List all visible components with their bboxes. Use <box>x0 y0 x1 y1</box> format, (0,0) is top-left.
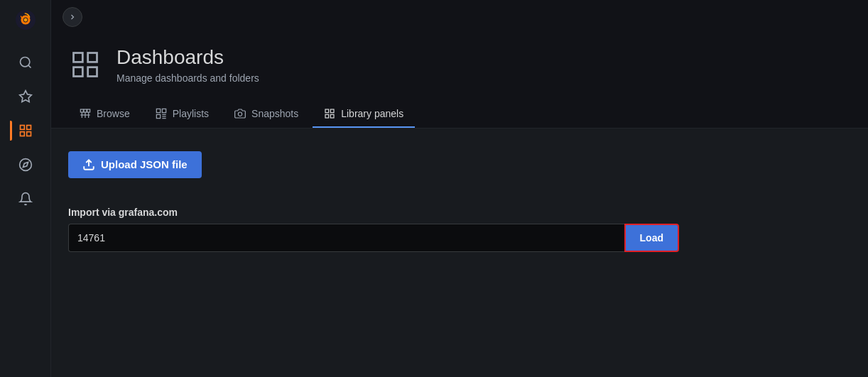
tab-library-panels-label: Library panels <box>341 108 403 119</box>
svg-rect-4 <box>26 126 31 130</box>
svg-rect-9 <box>74 53 83 62</box>
tab-playlists[interactable]: Playlists <box>144 101 220 128</box>
svg-rect-14 <box>84 109 87 112</box>
svg-rect-11 <box>74 67 83 76</box>
svg-rect-28 <box>331 109 335 113</box>
import-row: Load <box>68 224 679 252</box>
tabs-bar: Browse Playlists <box>51 101 868 129</box>
playlists-icon <box>156 108 167 119</box>
svg-rect-20 <box>156 109 160 112</box>
svg-rect-22 <box>156 114 160 118</box>
import-input[interactable] <box>68 224 624 252</box>
svg-rect-27 <box>325 109 329 113</box>
page-title: Dashboards <box>116 45 259 70</box>
svg-rect-12 <box>88 67 97 76</box>
browse-icon <box>80 108 91 119</box>
tab-browse[interactable]: Browse <box>68 101 141 128</box>
svg-rect-30 <box>331 114 335 118</box>
tab-playlists-label: Playlists <box>173 108 209 119</box>
upload-icon <box>82 158 95 171</box>
load-button[interactable]: Load <box>624 224 679 252</box>
page-header-text: Dashboards Manage dashboards and folders <box>116 45 259 84</box>
svg-rect-6 <box>26 132 31 136</box>
sidebar-collapse-button[interactable] <box>63 7 82 27</box>
main-content: Dashboards Manage dashboards and folders… <box>51 0 868 377</box>
upload-btn-label: Upload JSON file <box>101 158 188 170</box>
svg-rect-13 <box>80 109 83 112</box>
snapshots-icon <box>234 108 246 119</box>
import-section: Import via grafana.com Load <box>68 207 851 252</box>
svg-point-7 <box>19 159 31 171</box>
upload-json-button[interactable]: Upload JSON file <box>68 151 202 178</box>
svg-rect-10 <box>88 53 97 62</box>
svg-line-1 <box>28 65 31 68</box>
sidebar-item-explore[interactable] <box>10 149 41 180</box>
content-area: Upload JSON file Import via grafana.com … <box>51 129 868 377</box>
page-subtitle: Manage dashboards and folders <box>116 72 259 84</box>
svg-rect-15 <box>87 109 90 112</box>
svg-point-0 <box>20 58 29 67</box>
page-header: Dashboards Manage dashboards and folders <box>51 34 868 101</box>
svg-rect-5 <box>20 132 24 136</box>
svg-rect-3 <box>20 126 24 130</box>
import-label: Import via grafana.com <box>68 207 851 218</box>
tab-library-panels[interactable]: Library panels <box>313 101 415 128</box>
sidebar-item-starred[interactable] <box>10 81 41 112</box>
svg-point-26 <box>238 112 242 116</box>
library-panels-icon <box>324 108 335 119</box>
sidebar-item-dashboards[interactable] <box>10 115 41 146</box>
svg-rect-21 <box>162 109 166 112</box>
grafana-logo[interactable] <box>11 6 40 34</box>
tab-snapshots-label: Snapshots <box>251 108 298 119</box>
top-nav <box>51 0 868 34</box>
sidebar <box>0 0 51 377</box>
sidebar-item-search[interactable] <box>10 47 41 78</box>
sidebar-item-alerting[interactable] <box>10 183 41 214</box>
svg-marker-2 <box>19 91 31 102</box>
page-icon <box>68 48 102 82</box>
svg-marker-8 <box>23 162 28 167</box>
svg-rect-29 <box>325 114 329 118</box>
tab-snapshots[interactable]: Snapshots <box>223 101 310 128</box>
tab-browse-label: Browse <box>97 108 130 119</box>
